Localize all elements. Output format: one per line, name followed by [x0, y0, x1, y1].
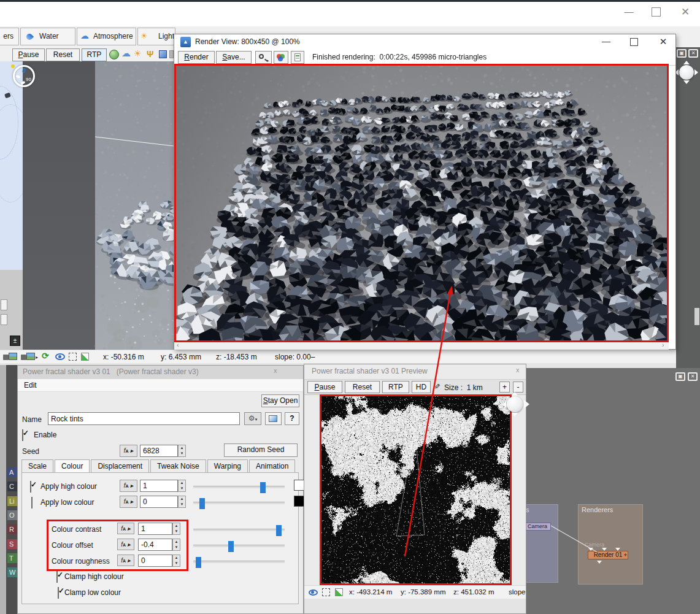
- refresh-icon[interactable]: ⟳: [42, 351, 49, 361]
- help-button[interactable]: ?: [285, 412, 299, 425]
- contrast-value-input[interactable]: [138, 523, 172, 535]
- node-panel-restore-button[interactable]: ▣: [675, 372, 685, 381]
- eye-icon[interactable]: [55, 353, 65, 360]
- clamp-high-checkbox[interactable]: [56, 571, 58, 583]
- offset-slider-handle[interactable]: [228, 541, 234, 552]
- low-spinner[interactable]: ▲▼: [178, 496, 186, 508]
- slope-icon[interactable]: [81, 353, 89, 361]
- render-hscrollbar[interactable]: ‹ ›: [174, 342, 669, 350]
- crosshair-icon[interactable]: [322, 588, 330, 596]
- offset-function-button[interactable]: fA ▸: [117, 539, 134, 550]
- apply-high-colour-checkbox[interactable]: [30, 481, 31, 493]
- bounding-box-icon[interactable]: [159, 50, 167, 58]
- node-render-camera[interactable]: Render Camera: [526, 523, 551, 531]
- contrast-spinner[interactable]: ▲▼: [172, 523, 180, 535]
- high-slider-handle[interactable]: [260, 482, 266, 493]
- roughness-slider-handle[interactable]: [196, 557, 201, 568]
- render-maximize-button[interactable]: [630, 38, 638, 46]
- tab-scale[interactable]: Scale: [21, 459, 53, 472]
- preview-compass-ball[interactable]: [507, 396, 523, 412]
- node-network-panel[interactable]: ▣ ✕ Cameras Render Camera Renderers Came…: [526, 368, 700, 614]
- panel-close-button[interactable]: ✕: [688, 49, 698, 58]
- enable-checkbox[interactable]: [22, 429, 23, 441]
- random-seed-button[interactable]: Random Seed: [224, 443, 298, 457]
- name-input[interactable]: [48, 412, 240, 425]
- tab-animation[interactable]: Animation: [249, 459, 295, 472]
- offset-spinner[interactable]: ▲▼: [172, 539, 180, 551]
- low-slider-track[interactable]: [193, 502, 285, 504]
- view-compass-ball[interactable]: [679, 65, 694, 80]
- high-spinner[interactable]: ▲▼: [178, 480, 186, 492]
- dialog-titlebar[interactable]: Power fractal shader v3 01 (Power fracta…: [18, 366, 303, 379]
- node-group-renderers[interactable]: Renderers Camera Render 01 +: [578, 504, 643, 585]
- overflow-icon[interactable]: [169, 50, 174, 58]
- preview-toggle-button[interactable]: [265, 412, 282, 425]
- render-preview-icon[interactable]: ▸: [21, 352, 38, 361]
- low-function-button[interactable]: fA ▸: [120, 496, 137, 508]
- objects-toggle-icon[interactable]: Ψ: [147, 49, 153, 59]
- eye-icon[interactable]: [309, 589, 318, 596]
- clamp-low-checkbox[interactable]: [58, 587, 59, 599]
- contrast-function-button[interactable]: fA ▸: [117, 523, 134, 534]
- tab-displacement[interactable]: Displacement: [91, 459, 149, 472]
- app-minimize-button[interactable]: —: [622, 6, 636, 20]
- tab-shaders-partial[interactable]: ers: [0, 28, 19, 45]
- 3d-preview-viewport[interactable]: [23, 61, 174, 350]
- apply-low-colour-checkbox[interactable]: [31, 497, 33, 508]
- tab-atmosphere[interactable]: ☁ Atmosphere: [77, 28, 136, 45]
- seed-input[interactable]: [140, 445, 178, 457]
- exposure-icon[interactable]: ±: [10, 336, 20, 346]
- node-add-port[interactable]: +: [624, 551, 627, 559]
- app-close-button[interactable]: ✕: [679, 6, 692, 19]
- preview-titlebar[interactable]: Power fractal shader v3 01 Preview x: [304, 364, 526, 379]
- slope-icon[interactable]: [335, 588, 343, 596]
- gear-menu-button[interactable]: ⚙▾: [244, 412, 261, 425]
- tool-slot[interactable]: [1, 299, 7, 310]
- tab-light[interactable]: ☀ Light: [137, 28, 175, 45]
- high-function-button[interactable]: fA ▸: [120, 480, 137, 492]
- roughness-slider-track[interactable]: [193, 561, 285, 563]
- fractal-noise-preview[interactable]: [321, 396, 510, 583]
- pen-icon[interactable]: ✎: [433, 383, 441, 390]
- preview-zoom-in-button[interactable]: +: [499, 382, 510, 393]
- high-slider-track[interactable]: [193, 486, 285, 488]
- preview-pause-button[interactable]: Pause: [307, 381, 342, 393]
- zoom-tool-button[interactable]: ▸: [255, 51, 272, 64]
- node-panel-close-button[interactable]: ✕: [688, 372, 698, 381]
- stay-open-button[interactable]: Stay Open: [261, 394, 299, 407]
- reset-button[interactable]: Reset: [46, 48, 80, 61]
- render-window-titlebar[interactable]: ▲ Render View: 800x450 @ 100% — ✕: [174, 34, 675, 50]
- tab-tweak-noise[interactable]: Tweak Noise: [150, 459, 206, 472]
- app-maximize-button[interactable]: [652, 7, 661, 17]
- tool-slot[interactable]: [1, 314, 7, 325]
- panel-restore-button[interactable]: ▣: [677, 49, 687, 58]
- menu-edit[interactable]: Edit: [24, 381, 37, 390]
- low-slider-handle[interactable]: [199, 498, 205, 509]
- save-button[interactable]: Save...: [216, 51, 252, 64]
- preview-hd-button[interactable]: HD: [412, 381, 431, 393]
- render-node-output-port[interactable]: [597, 561, 602, 564]
- lighting-toggle-icon[interactable]: ☀: [134, 48, 142, 58]
- seed-function-button[interactable]: fA ▸: [120, 445, 137, 457]
- crosshair-icon[interactable]: [69, 353, 77, 361]
- node-group-cameras[interactable]: Cameras Render Camera: [526, 504, 558, 583]
- offset-value-input[interactable]: [138, 539, 172, 551]
- render-camera-icon[interactable]: [3, 352, 18, 361]
- offset-slider-track[interactable]: [193, 545, 285, 547]
- pause-button[interactable]: Pause: [12, 48, 45, 61]
- tab-colour[interactable]: Colour: [55, 459, 90, 474]
- dialog-close-button[interactable]: x: [274, 367, 277, 374]
- render-minimize-button[interactable]: —: [600, 36, 612, 48]
- rtp-button[interactable]: RTP: [82, 48, 107, 61]
- scroll-left-arrow[interactable]: ‹: [177, 341, 179, 348]
- preview-rtp-button[interactable]: RTP: [382, 381, 409, 393]
- preview-reset-button[interactable]: Reset: [345, 381, 380, 393]
- preview-zoom-out-button[interactable]: -: [513, 382, 523, 393]
- seed-spinner[interactable]: ▲▼: [178, 445, 186, 457]
- roughness-function-button[interactable]: fA ▸: [117, 555, 134, 566]
- roughness-spinner[interactable]: ▲▼: [172, 555, 180, 567]
- roughness-value-input[interactable]: [138, 555, 172, 567]
- preview-close-button[interactable]: x: [516, 366, 520, 374]
- contrast-slider-track[interactable]: [193, 529, 285, 531]
- render-close-button[interactable]: ✕: [657, 36, 669, 48]
